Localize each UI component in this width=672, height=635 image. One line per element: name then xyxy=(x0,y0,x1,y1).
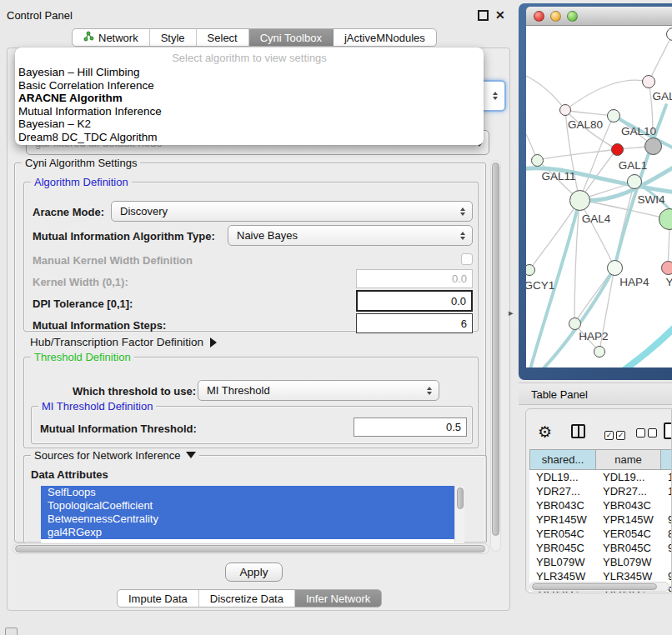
dropdown-placeholder: Select algorithm to view settings xyxy=(15,51,484,66)
data-attributes-list[interactable]: SelfLoopsTopologicalCoefficientBetweenne… xyxy=(41,486,464,542)
bottom-left-chip[interactable] xyxy=(5,628,18,635)
tab-discretize-data[interactable]: Discretize Data xyxy=(199,590,295,607)
network-node-label: GAL xyxy=(652,90,672,102)
network-view-window[interactable]: GALGAL80GAL10GAL1GAL11SWI4GAL4GCY1HAP4YH… xyxy=(519,3,672,380)
algorithm-option[interactable]: Bayesian – K2 xyxy=(15,118,484,131)
network-node[interactable] xyxy=(594,346,605,358)
minimize-traffic-light-icon[interactable] xyxy=(550,11,561,22)
table-cell: YBR043C xyxy=(596,498,661,512)
data-attribute-item[interactable]: BetweennessCentrality xyxy=(41,512,454,526)
split-columns-icon[interactable] xyxy=(571,424,585,438)
network-node-gal[interactable] xyxy=(642,75,655,88)
mi-algorithm-type-combo[interactable]: Naive Bayes xyxy=(228,225,473,246)
gear-icon[interactable]: ⚙ xyxy=(538,422,552,442)
table-panel-titlebar: Table Panel xyxy=(519,382,672,405)
table-row[interactable]: YDL19...YDL19...13 xyxy=(529,470,672,484)
network-node-gal1[interactable] xyxy=(611,143,624,156)
which-threshold-combo[interactable]: MI Threshold xyxy=(198,380,439,401)
tab-jactivemnodules[interactable]: jActiveMNodules xyxy=(333,29,436,46)
deselect-all-columns-icon[interactable] xyxy=(636,428,659,440)
mi-threshold-definition-group: MI Threshold Definition Mutual Informati… xyxy=(31,406,473,444)
select-all-columns-icon[interactable]: ✓✓ xyxy=(604,428,628,440)
scrollbar-thumb[interactable] xyxy=(15,545,485,552)
table-panel: ⚙ ✓✓ shared...name YDL19...YDL19...13YDR… xyxy=(525,408,672,593)
tab-style[interactable]: Style xyxy=(150,29,197,46)
scrollbar-thumb[interactable] xyxy=(457,488,464,509)
table-row[interactable]: YBR045CYBR045C9. xyxy=(529,541,672,555)
table-cell: 9. xyxy=(661,541,672,555)
table-row[interactable]: YBL079WYBL079W xyxy=(529,555,672,569)
mi-steps-field[interactable]: 6 xyxy=(356,313,473,333)
collapsed-arrow-icon xyxy=(210,338,217,348)
network-canvas[interactable]: GALGAL80GAL10GAL1GAL11SWI4GAL4GCY1HAP4YH… xyxy=(526,26,672,368)
list-vertical-scrollbar[interactable] xyxy=(454,486,464,542)
algorithm-dropdown-popup: Select algorithm to view settings Bayesi… xyxy=(15,48,484,145)
algorithm-list: Bayesian – Hill ClimbingBasic Correlatio… xyxy=(15,66,484,144)
kernel-width-field[interactable]: 0.0 xyxy=(356,269,473,288)
scrollbar-thumb[interactable] xyxy=(532,583,657,590)
float-window-icon[interactable] xyxy=(478,10,489,21)
sources-group-title[interactable]: Sources for Network Inference xyxy=(31,449,199,462)
algorithm-option[interactable]: Basic Correlation Inference xyxy=(15,79,484,92)
tab-network[interactable]: Network xyxy=(73,29,150,46)
dpi-tolerance-field[interactable]: 0.0 xyxy=(356,290,473,312)
which-threshold-label: Which threshold to use: xyxy=(73,385,196,398)
table-row[interactable]: YDR27...YDR27...12 xyxy=(529,484,672,498)
table-panel-title: Table Panel xyxy=(531,388,588,401)
settings-horizontal-scrollbar[interactable] xyxy=(13,543,489,554)
data-attribute-item[interactable]: SelfLoops xyxy=(41,486,454,499)
table-cell: YDR27... xyxy=(529,484,596,498)
close-icon[interactable]: ✕ xyxy=(495,8,505,22)
combo-stepper-icon xyxy=(489,92,501,100)
data-attribute-item[interactable]: gal4RGexp xyxy=(41,526,454,539)
network-node-label: GAL11 xyxy=(541,170,575,182)
table-column-header[interactable] xyxy=(661,449,672,470)
algorithm-option[interactable]: ARACNE Algorithm xyxy=(15,92,484,105)
mi-threshold-label: Mutual Information Threshold: xyxy=(40,422,197,435)
tab-cyni-toolbox[interactable]: Cyni Toolbox xyxy=(249,29,333,46)
manual-kernel-checkbox[interactable] xyxy=(461,253,473,265)
table-column-header[interactable]: shared... xyxy=(529,449,596,470)
network-node-y[interactable] xyxy=(661,261,672,275)
algorithm-option[interactable]: Dream8 DC_TDC Algorithm xyxy=(15,131,484,144)
table-row[interactable]: YPR145WYPR145W9. xyxy=(529,512,672,527)
table-row[interactable]: YBR043CYBR043C xyxy=(529,498,672,512)
close-traffic-light-icon[interactable] xyxy=(534,11,544,22)
new-table-icon[interactable] xyxy=(664,422,672,439)
network-node-hap2[interactable] xyxy=(569,318,581,330)
apply-button[interactable]: Apply xyxy=(225,562,283,582)
algorithm-option[interactable]: Bayesian – Hill Climbing xyxy=(15,66,484,79)
hub-factor-definition-label: Hub/Transcription Factor Definition xyxy=(30,336,203,348)
tab-impute-data[interactable]: Impute Data xyxy=(118,590,199,607)
table-cell: YBR045C xyxy=(596,541,661,555)
network-node-hap4[interactable] xyxy=(607,260,623,276)
combo-stepper-icon xyxy=(457,232,469,240)
algorithm-option[interactable]: Mutual Information Inference xyxy=(15,105,484,118)
network-node-gal10[interactable] xyxy=(607,109,620,122)
zoom-traffic-light-icon[interactable] xyxy=(567,11,578,22)
table-horizontal-scrollbar[interactable] xyxy=(529,582,669,592)
mi-threshold-field[interactable]: 0.5 xyxy=(354,418,467,437)
network-node-gal11[interactable] xyxy=(531,154,544,167)
table-row[interactable]: YER054CYER054C8. xyxy=(529,527,672,541)
aracne-mode-combo[interactable]: Discovery xyxy=(111,201,473,222)
tab-label: Impute Data xyxy=(128,592,188,605)
data-attribute-item[interactable]: TopologicalCoefficient xyxy=(41,499,454,512)
network-node-swi4[interactable] xyxy=(627,174,642,189)
group-title: Cyni Algorithm Settings xyxy=(22,157,140,169)
network-node-gal80[interactable] xyxy=(559,104,571,116)
table-column-header[interactable]: name xyxy=(596,449,661,470)
mi-steps-label: Mutual Information Steps: xyxy=(33,319,166,332)
network-node-label: GAL1 xyxy=(619,159,648,172)
settings-vertical-scrollbar[interactable] xyxy=(490,160,501,552)
network-node[interactable] xyxy=(644,138,662,155)
tab-infer-network[interactable]: Infer Network xyxy=(295,590,381,607)
network-window-titlebar[interactable] xyxy=(526,7,672,26)
expanded-arrow-icon xyxy=(186,452,196,458)
dpi-tolerance-label: DPI Tolerance [0,1]: xyxy=(33,298,133,310)
scrollbar-thumb[interactable] xyxy=(492,162,499,536)
network-node-gal4[interactable] xyxy=(569,190,590,211)
hub-factor-definition-toggle[interactable]: Hub/Transcription Factor Definition xyxy=(30,336,217,348)
table-cell xyxy=(661,498,672,512)
tab-select[interactable]: Select xyxy=(197,29,249,46)
